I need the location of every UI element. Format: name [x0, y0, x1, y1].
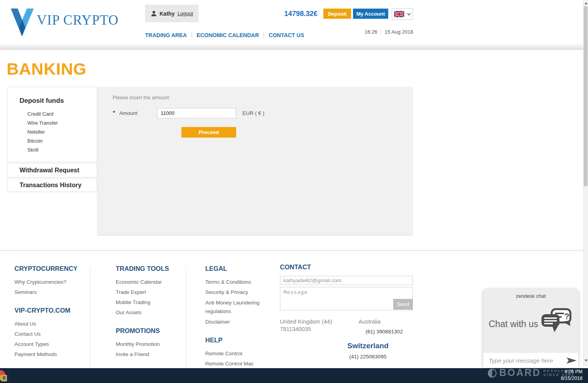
- chevron-down-icon: [407, 13, 411, 16]
- amount-label: Amount: [119, 110, 138, 116]
- phone-au-number: (61) 390881302: [366, 329, 403, 335]
- svg-text:?: ?: [564, 311, 569, 321]
- phone-uk-label: United Kingdom (44): [280, 319, 332, 325]
- footer-link-anti-money-laundering[interactable]: Anti Money Laundering regulations: [205, 297, 271, 317]
- nav-trading-area[interactable]: TRADING AREA: [145, 32, 187, 38]
- phone-ch-label: Switzerland: [331, 342, 405, 350]
- deposit-button[interactable]: Deposit: [323, 9, 351, 19]
- scrollbar-down-icon[interactable]: [584, 360, 588, 362]
- person-icon: [151, 11, 157, 16]
- chat-widget-title: zendesk chat: [483, 293, 578, 299]
- transactions-history-label[interactable]: Transactions History: [7, 182, 81, 189]
- footer-title-legal: LEGAL: [205, 265, 271, 272]
- header-bottom-band: [0, 44, 588, 50]
- send-button[interactable]: Send: [393, 299, 413, 310]
- footer-link-disclaimer[interactable]: Disclaimer: [205, 317, 271, 327]
- sidebar-transactions-history[interactable]: Transactions History: [7, 179, 97, 192]
- chat-message-input[interactable]: [483, 357, 566, 364]
- scrollbar-thumb[interactable]: [584, 6, 588, 186]
- taskbar-clock[interactable]: 4:26 PM 8/15/2018: [561, 369, 583, 382]
- user-box: Kathy Logout: [145, 5, 199, 22]
- datetime-separator: [381, 29, 381, 34]
- account-balance: 14798.32€: [284, 10, 317, 18]
- main-nav: TRADING AREA ECONOMIC CALENDAR CONTACT U…: [145, 32, 304, 38]
- footer-column-divider: [90, 267, 90, 367]
- phone-uk-number: 7911340035: [280, 326, 311, 332]
- footer-title-contact: CONTACT: [280, 263, 413, 271]
- amount-input[interactable]: [157, 108, 236, 118]
- app-badge[interactable]: R: [1, 375, 7, 381]
- sidebar-withdrawal-request[interactable]: Withdrawal Request: [7, 163, 97, 177]
- amount-instruction: Please insert the amount:: [113, 95, 170, 100]
- footer-column-cryptocurrency: CRYPTOCURRENCY Why Cryptcurrencies? Semi…: [14, 265, 87, 360]
- sidebar-item-neteller[interactable]: Neteller: [27, 127, 97, 136]
- footer-title-promotions: PROMOTIONS: [116, 327, 183, 335]
- chat-prompt: Chat with us: [489, 319, 538, 329]
- send-plane-icon[interactable]: [566, 357, 577, 364]
- my-account-button[interactable]: My Account: [353, 9, 388, 19]
- footer-link-remote-control[interactable]: Remote Control: [205, 349, 271, 359]
- header-datetime: 16:26 15 Aug 2018: [364, 29, 413, 35]
- footer-link-invite-a-friend[interactable]: Invite a Friend: [116, 349, 183, 360]
- nav-separator: [264, 32, 264, 38]
- nav-contact-us[interactable]: CONTACT US: [269, 32, 304, 38]
- footer-link-contact-us[interactable]: Contact Us: [14, 329, 87, 339]
- footer-title-help: HELP: [205, 336, 271, 344]
- footer-link-seminars[interactable]: Seminars: [14, 287, 87, 297]
- chat-input-bar: [483, 353, 578, 368]
- sidebar-item-skrill[interactable]: Skrill: [27, 145, 97, 154]
- chat-bubbles-icon: ?: [541, 308, 572, 333]
- footer-title-trading-tools: TRADING TOOLS: [116, 265, 183, 272]
- phone-ch-number: (41) 225083095: [331, 354, 405, 360]
- uk-flag-icon: [394, 11, 404, 17]
- taskbar-divider: [9, 368, 9, 383]
- clock-date: 8/15/2018: [561, 375, 583, 382]
- page-title: BANKING: [7, 59, 86, 79]
- logout-link[interactable]: Logout: [177, 11, 193, 16]
- scrollbar-up-icon[interactable]: [584, 2, 588, 4]
- deposit-form-panel: Please insert the amount: * Amount EUR (…: [97, 87, 412, 234]
- footer-link-remote-control-mac[interactable]: Remote Control Mac: [205, 359, 271, 369]
- sidebar-item-credit-card[interactable]: Credit Card: [27, 109, 97, 118]
- currency-label: EUR ( € ): [242, 110, 264, 116]
- watermark-brand: BOARD: [499, 368, 541, 378]
- sidebar-item-bitcoin[interactable]: Bitcoin: [27, 136, 97, 145]
- zendesk-chat-widget: zendesk chat Chat with us ?: [483, 289, 578, 368]
- footer-link-mobile-trading[interactable]: Mobile Trading: [116, 297, 183, 308]
- footer-link-terms-conditions[interactable]: Terms & Conditions: [205, 277, 271, 287]
- footer-link-economic-calendar[interactable]: Economic Calendar: [116, 277, 183, 287]
- withdrawal-request-label[interactable]: Withdrawal Request: [7, 167, 79, 174]
- footer-link-monthly-promotion[interactable]: Monthly Promotion: [116, 339, 183, 349]
- contact-message-textarea[interactable]: [280, 287, 413, 310]
- user-name: Kathy: [160, 11, 175, 17]
- nav-economic-calendar[interactable]: ECONOMIC CALENDAR: [197, 32, 259, 38]
- footer-contact-section: CONTACT Send United Kingdom (44) 7911340…: [280, 263, 413, 365]
- footer-column-trading-tools: TRADING TOOLS Economic Calendar Trade Ex…: [116, 265, 183, 360]
- footer-link-security-privacy[interactable]: Security & Privacy: [205, 287, 271, 297]
- footer-column-divider: [186, 267, 186, 367]
- deposit-funds-title: Deposit funds: [20, 97, 97, 105]
- contact-email-input[interactable]: [280, 276, 413, 285]
- logo-v-icon: [9, 6, 36, 38]
- required-marker: *: [113, 109, 115, 116]
- footer-link-trade-expert[interactable]: Trade Expert: [116, 287, 183, 297]
- footer-title-cryptocurrency: CRYPTOCURRENCY: [14, 265, 87, 272]
- footer-divider: [0, 250, 588, 251]
- footer-link-why-cryptcurrencies[interactable]: Why Cryptcurrencies?: [14, 277, 87, 287]
- footer-title-vip-crypto: VIP-CRYPTO.COM: [14, 307, 87, 314]
- logo-text[interactable]: VIP CRYPTO: [37, 13, 118, 28]
- sidebar-item-wire-transfer[interactable]: Wire Transfer: [27, 118, 97, 127]
- shield-icon: [488, 369, 497, 378]
- footer-link-account-types[interactable]: Account Types: [14, 339, 87, 349]
- nav-separator: [192, 32, 192, 38]
- language-selector[interactable]: [392, 8, 413, 20]
- footer-link-about-us[interactable]: About Us: [14, 319, 87, 329]
- clock-time: 4:26 PM: [561, 369, 583, 375]
- proceed-button[interactable]: Proceed: [181, 127, 236, 138]
- footer-link-our-assets[interactable]: Our Assets: [116, 308, 183, 318]
- footer-column-legal: LEGAL Terms & Conditions Security & Priv…: [205, 265, 271, 369]
- header-time: 16:26: [364, 29, 377, 35]
- header-date: 15 Aug 2018: [385, 29, 413, 35]
- sidebar-deposit-funds: Deposit funds Credit Card Wire Transfer …: [7, 87, 97, 162]
- footer-link-payment-methods[interactable]: Payment Methods: [14, 349, 87, 360]
